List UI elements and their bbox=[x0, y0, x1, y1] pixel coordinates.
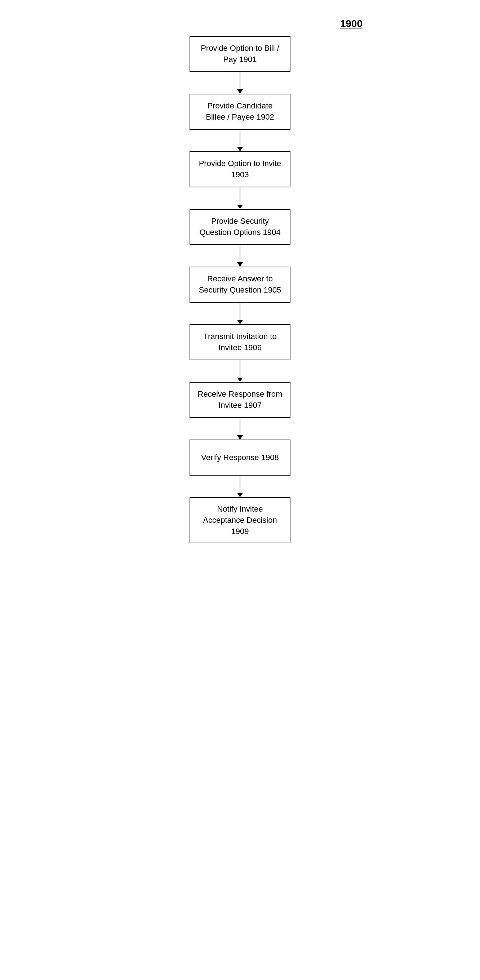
flow-box-1907: Receive Response from Invitee 1907 bbox=[190, 382, 290, 418]
arrow-8 bbox=[240, 476, 240, 497]
flowchart: Provide Option to Bill / Pay 1901 Provid… bbox=[96, 22, 384, 543]
arrow-3 bbox=[240, 187, 240, 209]
arrow-6 bbox=[240, 360, 240, 382]
flow-box-1904: Provide Security Question Options 1904 bbox=[190, 209, 290, 245]
flow-box-1908: Verify Response 1908 bbox=[190, 439, 290, 476]
diagram-label: 1900 bbox=[340, 18, 362, 30]
arrow-7 bbox=[240, 418, 240, 439]
flow-box-1901: Provide Option to Bill / Pay 1901 bbox=[190, 36, 290, 72]
flow-box-1902: Provide Candidate Billee / Payee 1902 bbox=[190, 94, 290, 130]
arrow-2 bbox=[240, 130, 240, 151]
flow-box-1905: Receive Answer to Security Question 1905 bbox=[190, 267, 290, 303]
arrow-4 bbox=[240, 245, 240, 267]
arrow-1 bbox=[240, 72, 240, 94]
diagram-container: 1900 Provide Option to Bill / Pay 1901 P… bbox=[96, 0, 384, 543]
flow-box-1906: Transmit Invitation to Invitee 1906 bbox=[190, 324, 290, 360]
flow-box-1903: Provide Option to Invite 1903 bbox=[190, 151, 290, 187]
arrow-5 bbox=[240, 303, 240, 324]
flow-box-1909: Notify Invitee Acceptance Decision 1909 bbox=[190, 497, 290, 543]
